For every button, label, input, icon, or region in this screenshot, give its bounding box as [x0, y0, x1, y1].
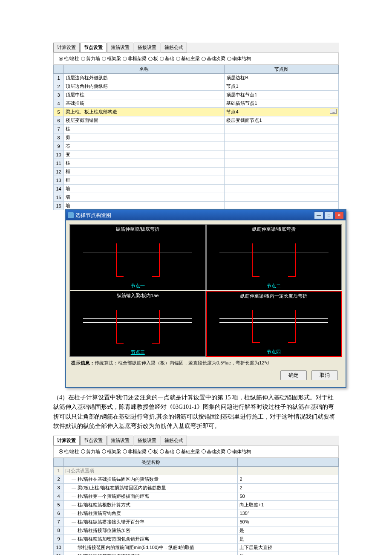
category-radio-2-8[interactable]: 砌体结构	[227, 448, 251, 455]
row-node-value[interactable]: 节点1	[225, 82, 339, 91]
table-row[interactable]: 15墙	[54, 193, 339, 202]
row-node-value[interactable]	[225, 202, 339, 210]
setting-value[interactable]: 上下层最大直径	[238, 543, 339, 552]
table-row[interactable]: 2顶层边角柱内侧纵筋节点1	[54, 82, 339, 91]
table-row[interactable]: 9芯	[54, 142, 339, 150]
settings-row[interactable]: 3梁(板)上柱/墙柱在插筋锚固区内的箍筋数量2	[54, 483, 339, 492]
table-row[interactable]: 13框	[54, 176, 339, 185]
diagram-option-1[interactable]: 纵筋伸至梁/板底弯折节点一	[70, 224, 206, 290]
tab-hoop-2[interactable]: 箍筋设置	[107, 436, 133, 445]
table-row[interactable]: 6楼层变截面锚固楼层变截面节点1	[54, 116, 339, 125]
settings-row[interactable]: 6柱/墙柱箍筋弯钩角度135°	[54, 509, 339, 517]
browse-button[interactable]: ...	[330, 109, 337, 114]
setting-value[interactable]: 是	[238, 526, 339, 535]
category-radio-2-3[interactable]: 非框架梁	[123, 448, 147, 455]
setting-value[interactable]: 135°	[238, 509, 339, 517]
category-radio-2-0[interactable]: 柱/墙柱	[59, 448, 79, 455]
collapse-icon[interactable]: −	[66, 469, 70, 473]
category-radio-2-7[interactable]: 基础次梁	[202, 448, 225, 455]
col-name: 名称	[64, 65, 225, 74]
category-radio-1-6[interactable]: 基础主梁	[176, 55, 200, 62]
settings-row[interactable]: 4柱/墙柱第一个箍筋距楼板面的距离50	[54, 492, 339, 500]
setting-value[interactable]	[238, 466, 339, 475]
row-node-value[interactable]	[225, 125, 339, 133]
diagram-option-3[interactable]: 纵筋锚入梁/板内1ae节点三	[70, 291, 206, 357]
settings-row[interactable]: 7柱/墙柱纵筋搭接接头错开百分率50%	[54, 517, 339, 526]
row-node-value[interactable]	[225, 193, 339, 202]
category-radio-1-1[interactable]: 剪力墙	[81, 55, 100, 62]
setting-value[interactable]: 50	[238, 492, 339, 500]
minimize-button[interactable]: —	[314, 211, 323, 219]
setting-value[interactable]: 向上取整+1	[238, 500, 339, 509]
row-node-value[interactable]: 顶层中柱节点1	[225, 91, 339, 99]
category-radio-1-3[interactable]: 非框架梁	[123, 55, 147, 62]
table-row[interactable]: 1顶层边角柱外侧纵筋顶层边柱B	[54, 74, 339, 82]
settings-row[interactable]: 8柱/墙柱搭接部位箍筋加密是	[54, 526, 339, 535]
row-node-value[interactable]	[225, 176, 339, 185]
row-node-value[interactable]: 节点4...	[225, 108, 339, 116]
close-button[interactable]: ✕	[334, 211, 344, 219]
settings-row[interactable]: 10绑扎搭接范围内的箍筋间距min(5d,100)中，纵筋d的取值上下层最大直径	[54, 543, 339, 552]
tab-lap[interactable]: 搭接设置	[134, 43, 160, 52]
table-row[interactable]: 4基础插筋基础插筋节点1	[54, 99, 339, 108]
setting-value[interactable]: 是	[238, 552, 339, 555]
setting-value[interactable]: 2	[238, 483, 339, 492]
tab-hoop[interactable]: 箍筋设置	[107, 43, 133, 52]
table-row[interactable]: 7柱	[54, 125, 339, 133]
settings-row[interactable]: 9柱/墙柱箍筋加密范围包含错开距离是	[54, 535, 339, 543]
table-row[interactable]: 14墙	[54, 185, 339, 193]
category-radio-1-4[interactable]: 板	[148, 55, 158, 62]
diagram-option-4[interactable]: 纵筋伸至梁/板内一定长度后弯折节点四	[206, 291, 342, 357]
settings-row[interactable]: 5柱/墙柱箍筋根数计算方式向上取整+1	[54, 500, 339, 509]
category-radio-2-2[interactable]: 框架梁	[102, 448, 121, 455]
tab-lap-2[interactable]: 搭接设置	[134, 436, 160, 445]
row-number: 5	[54, 108, 64, 116]
tab-formula[interactable]: 箍筋公式	[161, 43, 187, 52]
row-node-value[interactable]	[225, 142, 339, 150]
table-row[interactable]: 10变	[54, 150, 339, 159]
settings-row[interactable]: 2柱/墙柱在基础插筋锚固区内的箍筋数量2	[54, 475, 339, 483]
row-node-value[interactable]: 基础插筋节点1	[225, 99, 339, 108]
category-radio-1-0[interactable]: 柱/墙柱	[59, 55, 79, 62]
maximize-button[interactable]: □	[324, 211, 334, 219]
row-node-value[interactable]	[225, 168, 339, 176]
setting-value[interactable]: 2	[238, 475, 339, 483]
category-radio-2-5[interactable]: 基础	[160, 448, 174, 455]
category-radio-1-7[interactable]: 基础次梁	[202, 55, 225, 62]
row-node-value[interactable]: 楼层变截面节点1	[225, 116, 339, 125]
category-radio-1-8[interactable]: 砌体结构	[227, 55, 251, 62]
table-row[interactable]: 8剪	[54, 133, 339, 142]
tab-calc-2[interactable]: 计算设置	[53, 436, 80, 445]
diagram-option-2[interactable]: 纵筋伸至梁/板底弯折节点二	[206, 224, 342, 290]
ok-button[interactable]: 确定	[280, 370, 307, 380]
category-radio-1-2[interactable]: 框架梁	[102, 55, 121, 62]
radio-label: 柱/墙柱	[64, 448, 79, 455]
tab-formula-2[interactable]: 箍筋公式	[161, 436, 187, 445]
tab-calc[interactable]: 计算设置	[53, 43, 80, 52]
table-row[interactable]: 5梁上柱、板上柱底部构造节点4...	[54, 108, 339, 116]
setting-value[interactable]: 是	[238, 535, 339, 543]
row-node-value[interactable]	[225, 159, 339, 168]
table-row[interactable]: 3顶层中柱顶层中柱节点1	[54, 91, 339, 99]
tab-node-2[interactable]: 节点设置	[80, 436, 107, 445]
row-node-value[interactable]	[225, 185, 339, 193]
setting-value[interactable]: 50%	[238, 517, 339, 526]
category-radio-2-6[interactable]: 基础主梁	[176, 448, 200, 455]
category-radio-1-5[interactable]: 基础	[160, 55, 174, 62]
table-row[interactable]: 16墙	[54, 202, 339, 210]
row-number: 11	[54, 552, 64, 555]
row-number: 10	[54, 543, 64, 552]
row-node-value[interactable]	[225, 133, 339, 142]
row-node-value[interactable]	[225, 150, 339, 159]
row-node-value[interactable]: 顶层边柱B	[225, 74, 339, 82]
settings-row[interactable]: 11柱/墙柱螺旋箍筋是否连续通过是	[54, 552, 339, 555]
settings-row[interactable]: 1−公共设置项	[54, 466, 339, 475]
table-row[interactable]: 11柱	[54, 159, 339, 168]
category-radio-2-1[interactable]: 剪力墙	[81, 448, 100, 455]
radio-label: 板	[153, 55, 158, 62]
radio-icon	[59, 57, 63, 61]
table-row[interactable]: 12框	[54, 168, 339, 176]
cancel-button[interactable]: 取消	[311, 370, 338, 380]
tab-node[interactable]: 节点设置	[80, 43, 107, 52]
category-radio-2-4[interactable]: 板	[148, 448, 158, 455]
